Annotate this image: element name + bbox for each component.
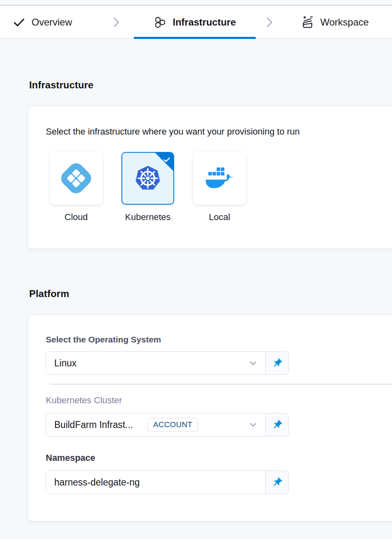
kubernetes-cluster-pin-button[interactable] <box>266 413 288 436</box>
pin-icon <box>269 475 285 490</box>
tab-workspace[interactable]: Workspace <box>300 6 369 38</box>
tab-overview-label: Overview <box>32 17 72 28</box>
platform-section-heading: Platform <box>29 288 69 299</box>
wizard-tab-bar: Overview Infrastructure <box>0 6 392 39</box>
cloud-tile[interactable] <box>50 152 102 205</box>
kubernetes-tile-label: Kubernetes <box>125 212 171 222</box>
connector-status-dot <box>139 422 144 427</box>
kubernetes-cluster-value: BuildFarm Infrast... <box>54 419 133 430</box>
cloud-icon <box>58 160 95 197</box>
chevron-down-icon <box>247 419 259 430</box>
pin-icon <box>269 417 285 432</box>
chevron-right-icon <box>264 6 275 38</box>
local-tile[interactable] <box>193 152 246 205</box>
section-divider <box>50 384 392 385</box>
namespace-value: harness-delegate-ng <box>54 477 140 488</box>
kubernetes-tile[interactable] <box>121 152 174 205</box>
namespace-label: Namespace <box>46 453 388 463</box>
active-tab-underline <box>134 37 256 39</box>
platform-card: Select the Operating System Linux Kubern… <box>28 315 392 521</box>
option-cloud: Cloud <box>50 152 102 222</box>
namespace-input[interactable]: harness-delegate-ng <box>46 471 266 494</box>
namespace-pin-button[interactable] <box>266 471 288 494</box>
tab-infrastructure[interactable]: Infrastructure <box>134 6 256 38</box>
dotted-pattern-strip <box>0 0 392 6</box>
chevron-down-icon <box>247 357 259 369</box>
tab-infrastructure-label: Infrastructure <box>173 17 236 28</box>
kubernetes-cluster-select-group: BuildFarm Infrast... ACCOUNT <box>46 413 289 436</box>
selected-check-icon <box>162 155 171 166</box>
scope-badge: ACCOUNT <box>147 418 198 432</box>
kubernetes-cluster-label: Kubernetes Cluster <box>46 395 388 406</box>
pin-icon <box>269 355 285 371</box>
infrastructure-card: Select the infrastructure where you want… <box>28 107 392 248</box>
kubernetes-cluster-select[interactable]: BuildFarm Infrast... ACCOUNT <box>46 413 266 436</box>
operating-system-label: Select the Operating System <box>46 335 388 344</box>
operating-system-select-group: Linux <box>46 351 289 375</box>
operating-system-select[interactable]: Linux <box>46 352 266 374</box>
infrastructure-section-heading: Infrastructure <box>29 79 94 91</box>
infrastructure-description: Select the infrastructure where you want… <box>46 126 388 137</box>
chevron-right-icon <box>111 6 121 38</box>
option-kubernetes: Kubernetes <box>121 152 174 222</box>
check-icon <box>12 15 26 29</box>
operating-system-pin-button[interactable] <box>266 352 288 374</box>
hexagons-icon <box>153 16 167 29</box>
docker-icon <box>205 166 234 190</box>
local-tile-label: Local <box>209 212 230 222</box>
namespace-input-group: harness-delegate-ng <box>46 471 289 494</box>
tab-workspace-label: Workspace <box>320 17 369 28</box>
tab-overview[interactable]: Overview <box>12 6 72 38</box>
option-local: Local <box>193 152 246 222</box>
layers-stack-icon <box>300 15 315 30</box>
infrastructure-options: Cloud <box>50 152 388 222</box>
operating-system-value: Linux <box>54 358 77 369</box>
cloud-tile-label: Cloud <box>64 212 87 222</box>
